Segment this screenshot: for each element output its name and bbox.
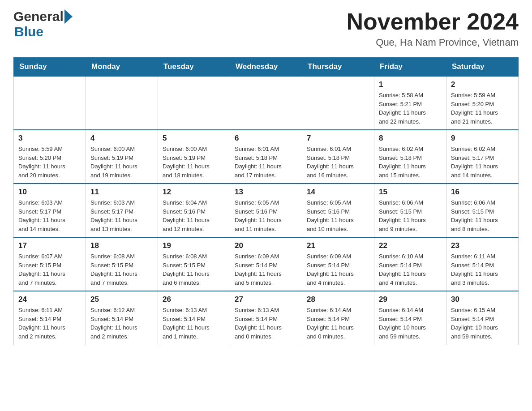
day-number: 24	[18, 295, 81, 304]
day-info: Sunrise: 6:12 AM Sunset: 5:14 PM Dayligh…	[90, 306, 153, 341]
day-info: Sunrise: 6:04 AM Sunset: 5:16 PM Dayligh…	[163, 198, 225, 233]
day-info: Sunrise: 6:15 AM Sunset: 5:14 PM Dayligh…	[451, 306, 514, 341]
table-row: 8Sunrise: 6:02 AM Sunset: 5:18 PM Daylig…	[374, 130, 446, 184]
day-number: 1	[379, 80, 442, 89]
day-number: 16	[451, 188, 514, 197]
day-number: 26	[163, 295, 225, 304]
day-info: Sunrise: 6:05 AM Sunset: 5:16 PM Dayligh…	[235, 198, 297, 233]
table-row	[86, 76, 158, 130]
calendar-header-row: Sunday Monday Tuesday Wednesday Thursday…	[14, 58, 519, 77]
day-info: Sunrise: 6:13 AM Sunset: 5:14 PM Dayligh…	[235, 306, 297, 341]
day-number: 21	[307, 241, 369, 250]
day-number: 27	[235, 295, 297, 304]
day-info: Sunrise: 6:11 AM Sunset: 5:14 PM Dayligh…	[18, 306, 81, 341]
day-number: 5	[163, 134, 225, 143]
day-number: 15	[379, 188, 442, 197]
day-number: 8	[379, 134, 442, 143]
table-row	[230, 76, 302, 130]
day-number: 17	[18, 241, 81, 250]
day-number: 19	[163, 241, 225, 250]
day-number: 10	[18, 188, 81, 197]
calendar-row: 17Sunrise: 6:07 AM Sunset: 5:15 PM Dayli…	[14, 237, 519, 291]
day-info: Sunrise: 5:59 AM Sunset: 5:20 PM Dayligh…	[18, 145, 81, 180]
table-row: 3Sunrise: 5:59 AM Sunset: 5:20 PM Daylig…	[14, 130, 86, 184]
table-row: 26Sunrise: 6:13 AM Sunset: 5:14 PM Dayli…	[158, 291, 230, 345]
day-info: Sunrise: 6:01 AM Sunset: 5:18 PM Dayligh…	[307, 145, 369, 180]
day-info: Sunrise: 6:00 AM Sunset: 5:19 PM Dayligh…	[90, 145, 153, 180]
table-row: 22Sunrise: 6:10 AM Sunset: 5:14 PM Dayli…	[374, 237, 446, 291]
day-info: Sunrise: 6:05 AM Sunset: 5:16 PM Dayligh…	[307, 198, 369, 233]
day-info: Sunrise: 6:08 AM Sunset: 5:15 PM Dayligh…	[90, 252, 153, 287]
col-friday: Friday	[374, 58, 446, 77]
calendar-title: November 2024	[347, 9, 519, 34]
day-info: Sunrise: 6:09 AM Sunset: 5:14 PM Dayligh…	[307, 252, 369, 287]
table-row: 19Sunrise: 6:08 AM Sunset: 5:15 PM Dayli…	[158, 237, 230, 291]
table-row: 23Sunrise: 6:11 AM Sunset: 5:14 PM Dayli…	[446, 237, 519, 291]
calendar-table: Sunday Monday Tuesday Wednesday Thursday…	[13, 57, 519, 345]
calendar-row: 24Sunrise: 6:11 AM Sunset: 5:14 PM Dayli…	[14, 291, 519, 345]
day-info: Sunrise: 5:59 AM Sunset: 5:20 PM Dayligh…	[451, 91, 514, 126]
table-row: 14Sunrise: 6:05 AM Sunset: 5:16 PM Dayli…	[302, 184, 374, 237]
table-row: 5Sunrise: 6:00 AM Sunset: 5:19 PM Daylig…	[158, 130, 230, 184]
day-number: 11	[90, 188, 153, 197]
table-row: 7Sunrise: 6:01 AM Sunset: 5:18 PM Daylig…	[302, 130, 374, 184]
day-number: 12	[163, 188, 225, 197]
day-info: Sunrise: 6:07 AM Sunset: 5:15 PM Dayligh…	[18, 252, 81, 287]
title-section: November 2024 Que, Ha Nam Province, Viet…	[347, 9, 519, 48]
day-number: 7	[307, 134, 369, 143]
calendar-row: 10Sunrise: 6:03 AM Sunset: 5:17 PM Dayli…	[14, 184, 519, 237]
table-row: 29Sunrise: 6:14 AM Sunset: 5:14 PM Dayli…	[374, 291, 446, 345]
day-info: Sunrise: 6:14 AM Sunset: 5:14 PM Dayligh…	[307, 306, 369, 341]
day-number: 4	[90, 134, 153, 143]
day-info: Sunrise: 6:09 AM Sunset: 5:14 PM Dayligh…	[235, 252, 297, 287]
day-info: Sunrise: 6:02 AM Sunset: 5:18 PM Dayligh…	[379, 145, 442, 180]
table-row: 10Sunrise: 6:03 AM Sunset: 5:17 PM Dayli…	[14, 184, 86, 237]
logo-arrow-icon	[64, 9, 73, 24]
header: General Blue November 2024 Que, Ha Nam P…	[13, 9, 519, 48]
day-info: Sunrise: 6:06 AM Sunset: 5:15 PM Dayligh…	[379, 198, 442, 233]
table-row: 6Sunrise: 6:01 AM Sunset: 5:18 PM Daylig…	[230, 130, 302, 184]
day-number: 25	[90, 295, 153, 304]
col-sunday: Sunday	[14, 58, 86, 77]
table-row: 12Sunrise: 6:04 AM Sunset: 5:16 PM Dayli…	[158, 184, 230, 237]
table-row: 27Sunrise: 6:13 AM Sunset: 5:14 PM Dayli…	[230, 291, 302, 345]
day-info: Sunrise: 6:08 AM Sunset: 5:15 PM Dayligh…	[163, 252, 225, 287]
day-number: 20	[235, 241, 297, 250]
table-row: 4Sunrise: 6:00 AM Sunset: 5:19 PM Daylig…	[86, 130, 158, 184]
day-info: Sunrise: 6:13 AM Sunset: 5:14 PM Dayligh…	[163, 306, 225, 341]
table-row: 18Sunrise: 6:08 AM Sunset: 5:15 PM Dayli…	[86, 237, 158, 291]
col-wednesday: Wednesday	[230, 58, 302, 77]
table-row: 15Sunrise: 6:06 AM Sunset: 5:15 PM Dayli…	[374, 184, 446, 237]
table-row: 21Sunrise: 6:09 AM Sunset: 5:14 PM Dayli…	[302, 237, 374, 291]
day-number: 30	[451, 295, 514, 304]
table-row: 30Sunrise: 6:15 AM Sunset: 5:14 PM Dayli…	[446, 291, 519, 345]
day-info: Sunrise: 6:01 AM Sunset: 5:18 PM Dayligh…	[235, 145, 297, 180]
day-info: Sunrise: 6:00 AM Sunset: 5:19 PM Dayligh…	[163, 145, 225, 180]
table-row	[158, 76, 230, 130]
table-row: 20Sunrise: 6:09 AM Sunset: 5:14 PM Dayli…	[230, 237, 302, 291]
col-saturday: Saturday	[446, 58, 519, 77]
day-info: Sunrise: 6:10 AM Sunset: 5:14 PM Dayligh…	[379, 252, 442, 287]
calendar-row: 3Sunrise: 5:59 AM Sunset: 5:20 PM Daylig…	[14, 130, 519, 184]
table-row: 11Sunrise: 6:03 AM Sunset: 5:17 PM Dayli…	[86, 184, 158, 237]
day-info: Sunrise: 5:58 AM Sunset: 5:21 PM Dayligh…	[379, 91, 442, 126]
logo: General Blue	[13, 9, 73, 39]
day-info: Sunrise: 6:03 AM Sunset: 5:17 PM Dayligh…	[18, 198, 81, 233]
day-number: 18	[90, 241, 153, 250]
table-row: 28Sunrise: 6:14 AM Sunset: 5:14 PM Dayli…	[302, 291, 374, 345]
day-number: 23	[451, 241, 514, 250]
logo-general-text: General	[13, 9, 64, 24]
day-number: 9	[451, 134, 514, 143]
day-number: 22	[379, 241, 442, 250]
day-number: 3	[18, 134, 81, 143]
day-info: Sunrise: 6:14 AM Sunset: 5:14 PM Dayligh…	[379, 306, 442, 341]
table-row: 16Sunrise: 6:06 AM Sunset: 5:15 PM Dayli…	[446, 184, 519, 237]
day-info: Sunrise: 6:11 AM Sunset: 5:14 PM Dayligh…	[451, 252, 514, 287]
logo-blue-text: Blue	[14, 24, 43, 39]
table-row: 9Sunrise: 6:02 AM Sunset: 5:17 PM Daylig…	[446, 130, 519, 184]
calendar-row: 1Sunrise: 5:58 AM Sunset: 5:21 PM Daylig…	[14, 76, 519, 130]
col-thursday: Thursday	[302, 58, 374, 77]
col-tuesday: Tuesday	[158, 58, 230, 77]
day-info: Sunrise: 6:03 AM Sunset: 5:17 PM Dayligh…	[90, 198, 153, 233]
table-row: 1Sunrise: 5:58 AM Sunset: 5:21 PM Daylig…	[374, 76, 446, 130]
